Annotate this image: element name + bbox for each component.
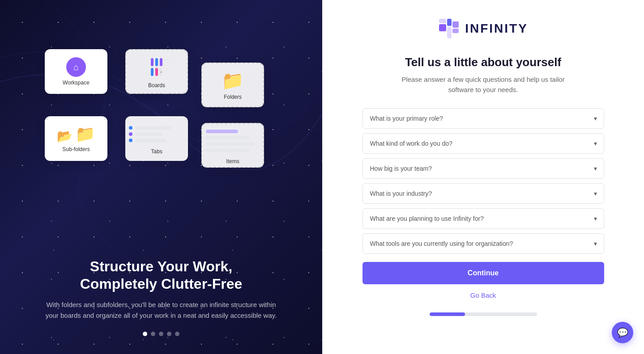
chat-icon: 💬 <box>617 327 628 338</box>
chat-bubble[interactable]: 💬 <box>612 322 633 343</box>
subfolders-card: 📂 📁 Sub-folders <box>45 116 107 161</box>
svg-rect-0 <box>439 24 446 31</box>
folders-card: 📁 Folders <box>201 63 264 107</box>
tab-bar-2 <box>135 132 162 136</box>
board-cell-plus: + <box>160 68 162 76</box>
board-cell-4 <box>151 68 154 76</box>
item-bar-3 <box>206 142 254 146</box>
logo-area: INFINITY <box>438 18 528 39</box>
tab-line-2 <box>129 132 184 136</box>
logo-text: INFINITY <box>465 21 528 36</box>
dot-1[interactable] <box>143 332 147 336</box>
form-subtitle: Please answer a few quick questions and … <box>398 75 568 95</box>
form-title: Tell us a little about yourself <box>405 55 561 69</box>
planning-dropdown-wrapper: What are you planning to use Infinity fo… <box>363 208 604 229</box>
tools-dropdown[interactable]: What tools are you currently using for o… <box>363 233 604 254</box>
svg-rect-1 <box>439 19 446 23</box>
folder-icon: 📁 <box>222 70 244 91</box>
subfolder-icon-2: 📁 <box>75 125 95 143</box>
subfolder-icon-1: 📂 <box>57 129 73 143</box>
boards-label: Boards <box>148 82 165 88</box>
svg-rect-3 <box>447 27 452 38</box>
item-bar-4 <box>206 148 249 152</box>
dot-3[interactable] <box>159 332 163 336</box>
boards-grid: + <box>147 55 166 80</box>
workspace-card: Workspace <box>45 49 107 94</box>
right-panel: INFINITY Tell us a little about yourself… <box>322 0 644 354</box>
subfolders-label: Sub-folders <box>62 146 90 152</box>
board-cell-3 <box>160 58 162 66</box>
board-cell-2 <box>155 58 158 66</box>
tab-dot-2 <box>129 132 132 136</box>
workspace-icon <box>66 57 86 77</box>
item-bar-1 <box>206 130 238 133</box>
subfolder-icons: 📂 📁 <box>57 125 95 143</box>
work-dropdown[interactable]: What kind of work do you do? <box>363 133 604 154</box>
team-dropdown[interactable]: How big is your team? <box>363 158 604 179</box>
continue-button[interactable]: Continue <box>363 262 604 284</box>
svg-rect-5 <box>452 29 459 33</box>
role-dropdown-wrapper: What is your primary role? ▾ <box>363 108 604 129</box>
progress-container <box>363 312 604 316</box>
left-subtext: With folders and subfolders, you'll be a… <box>45 299 277 321</box>
dot-5[interactable] <box>175 332 179 336</box>
pagination <box>143 332 179 336</box>
board-cell-1 <box>151 58 154 66</box>
tab-bar-1 <box>135 126 171 130</box>
illustration: Workspace + Boards 📁 Folders 📂 📁 <box>31 45 291 215</box>
planning-dropdown[interactable]: What are you planning to use Infinity fo… <box>363 208 604 229</box>
left-panel: Workspace + Boards 📁 Folders 📂 📁 <box>0 0 322 354</box>
industry-dropdown-wrapper: What is your industry? ▾ <box>363 183 604 204</box>
dot-2[interactable] <box>151 332 155 336</box>
team-dropdown-wrapper: How big is your team? ▾ <box>363 158 604 179</box>
tab-dot-3 <box>129 139 132 142</box>
board-cell-5 <box>155 68 158 76</box>
items-card: Items <box>201 123 264 168</box>
tabs-label: Tabs <box>151 148 162 155</box>
tab-line-1 <box>129 126 184 130</box>
svg-rect-4 <box>452 21 459 28</box>
form-container: What is your primary role? ▾ What kind o… <box>363 108 604 316</box>
workspace-label: Workspace <box>63 80 90 86</box>
industry-dropdown[interactable]: What is your industry? <box>363 183 604 204</box>
svg-rect-2 <box>447 19 452 26</box>
role-dropdown[interactable]: What is your primary role? <box>363 108 604 129</box>
item-bar-2 <box>206 136 249 139</box>
progress-fill <box>430 312 465 316</box>
tab-dot-1 <box>129 126 132 130</box>
tools-dropdown-wrapper: What tools are you currently using for o… <box>363 233 604 254</box>
items-lines <box>202 126 263 156</box>
left-headline: Structure Your Work,Completely Clutter-F… <box>45 258 277 292</box>
tabs-lines <box>125 122 188 146</box>
left-text-content: Structure Your Work,Completely Clutter-F… <box>18 258 304 321</box>
logo-icon <box>438 18 460 39</box>
tab-bar-3 <box>135 139 166 142</box>
dot-4[interactable] <box>167 332 171 336</box>
progress-bar <box>430 312 537 316</box>
boards-card: + Boards <box>125 49 188 94</box>
tabs-card: Tabs <box>125 116 188 161</box>
folders-label: Folders <box>224 94 242 100</box>
go-back-link[interactable]: Go Back <box>363 291 604 299</box>
items-label: Items <box>226 158 239 164</box>
work-dropdown-wrapper: What kind of work do you do? ▾ <box>363 133 604 154</box>
tab-line-3 <box>129 139 184 142</box>
